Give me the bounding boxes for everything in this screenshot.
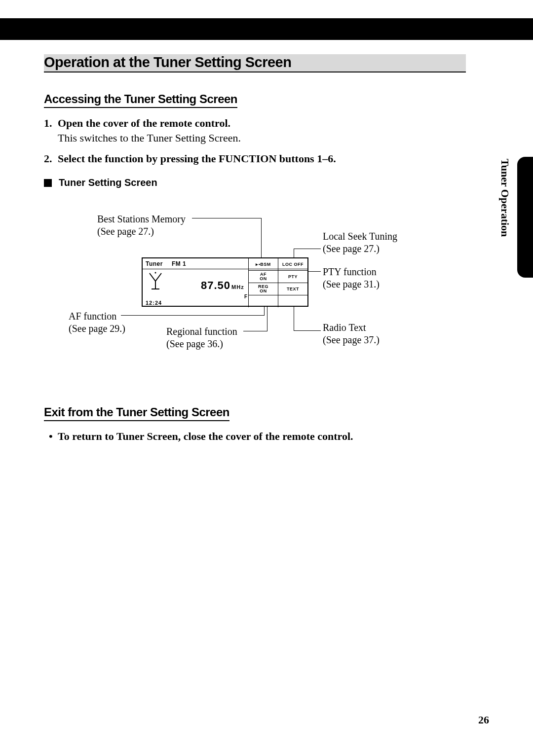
cell-text: TEXT bbox=[278, 283, 307, 295]
steps-list: 1. Open the cover of the remote control.… bbox=[44, 117, 466, 165]
page: Tuner Operation Operation at the Tuner S… bbox=[0, 0, 533, 756]
content-area: Operation at the Tuner Setting Screen Ac… bbox=[44, 54, 466, 443]
accessing-heading: Accessing the Tuner Setting Screen bbox=[44, 92, 237, 106]
header-black-bar bbox=[0, 18, 533, 40]
leader-bsm-h bbox=[192, 218, 261, 218]
callout-af: AF function (See page 29.) bbox=[69, 310, 125, 335]
callout-reg-ref: (See page 36.) bbox=[166, 338, 237, 350]
square-bullet-icon bbox=[44, 179, 52, 187]
tuner-diagram: Best Stations Memory (See page 27.) Loca… bbox=[44, 213, 466, 391]
step-1-title: Open the cover of the remote control. bbox=[58, 117, 230, 130]
tuner-setting-screen-label: Tuner Setting Screen bbox=[59, 177, 157, 188]
exit-bullet-text: To return to Tuner Screen, close the cov… bbox=[58, 430, 353, 442]
leader-af-h bbox=[121, 315, 264, 316]
bullet-dot-icon: • bbox=[49, 430, 58, 443]
callout-local-label: Local Seek Tuning bbox=[323, 230, 397, 243]
callout-pty: PTY function (See page 31.) bbox=[323, 266, 380, 290]
cell-blank-1 bbox=[248, 295, 278, 307]
exit-heading: Exit from the Tuner Setting Screen bbox=[44, 405, 229, 419]
cell-pty: PTY bbox=[278, 270, 307, 283]
step-1-number: 1. bbox=[44, 117, 58, 130]
cell-bsm: ▸▪BSM bbox=[248, 258, 278, 270]
device-clock: 12:24 bbox=[146, 300, 162, 306]
f-indicator: F bbox=[244, 294, 247, 299]
step-2: 2. Select the function by pressing the F… bbox=[44, 152, 466, 165]
svg-point-2 bbox=[155, 272, 156, 274]
step-1: 1. Open the cover of the remote control.… bbox=[44, 117, 466, 144]
leader-local-v bbox=[294, 249, 294, 257]
callout-af-label: AF function bbox=[69, 310, 125, 323]
subsection-heading-wrap: Accessing the Tuner Setting Screen bbox=[44, 92, 237, 108]
device-frequency: 87.50MHz bbox=[201, 279, 244, 292]
cell-af: AF ON bbox=[248, 270, 278, 283]
step-1-head: 1. Open the cover of the remote control. bbox=[44, 117, 466, 130]
callout-text-label: Radio Text bbox=[323, 322, 380, 334]
tuner-setting-screen-heading: Tuner Setting Screen bbox=[44, 177, 466, 188]
frequency-unit: MHz bbox=[231, 284, 244, 290]
callout-bsm: Best Stations Memory (See page 27.) bbox=[97, 213, 186, 238]
frequency-value: 87.50 bbox=[201, 279, 230, 291]
step-2-number: 2. bbox=[44, 152, 58, 165]
cell-reg: REG ON bbox=[248, 283, 278, 295]
section-heading-bar: Operation at the Tuner Setting Screen bbox=[44, 54, 466, 72]
callout-text: Radio Text (See page 37.) bbox=[323, 322, 380, 346]
leader-local-h bbox=[294, 249, 321, 249]
device-button-grid: ▸▪BSM LOC OFF AF ON PTY REG ON TEXT bbox=[248, 258, 307, 307]
step-2-title: Select the function by pressing the FUNC… bbox=[58, 152, 336, 165]
side-label: Tuner Operation bbox=[498, 159, 511, 237]
side-tab bbox=[517, 157, 533, 278]
antenna-icon bbox=[148, 271, 163, 291]
callout-reg: Regional function (See page 36.) bbox=[166, 325, 237, 350]
callout-pty-ref: (See page 31.) bbox=[323, 278, 380, 290]
device-tuner-label: Tuner bbox=[146, 260, 163, 267]
callout-pty-label: PTY function bbox=[323, 266, 380, 278]
callout-text-ref: (See page 37.) bbox=[323, 334, 380, 346]
cell-loc: LOC OFF bbox=[278, 258, 307, 270]
page-title: Operation at the Tuner Setting Screen bbox=[44, 54, 466, 71]
cell-blank-2 bbox=[278, 295, 307, 307]
step-1-body: This switches to the Tuner Setting Scree… bbox=[44, 132, 466, 144]
exit-heading-wrap: Exit from the Tuner Setting Screen bbox=[44, 405, 229, 421]
leader-bsm-v bbox=[261, 218, 262, 257]
page-number: 26 bbox=[478, 714, 489, 726]
callout-local-ref: (See page 27.) bbox=[323, 243, 397, 255]
device-band-label: FM 1 bbox=[172, 260, 186, 267]
callout-bsm-label: Best Stations Memory bbox=[97, 213, 186, 225]
step-2-head: 2. Select the function by pressing the F… bbox=[44, 152, 466, 165]
exit-bullet: •To return to Tuner Screen, close the co… bbox=[44, 430, 466, 443]
callout-reg-label: Regional function bbox=[166, 325, 237, 338]
leader-reg-h bbox=[243, 331, 267, 331]
leader-pty-h bbox=[308, 271, 321, 272]
callout-bsm-ref: (See page 27.) bbox=[97, 225, 186, 238]
device-panel: Tuner FM 1 87.50MHz F 12:24 bbox=[142, 257, 308, 307]
callout-local: Local Seek Tuning (See page 27.) bbox=[323, 230, 397, 255]
callout-af-ref: (See page 29.) bbox=[69, 323, 125, 335]
leader-text-h bbox=[294, 330, 321, 331]
